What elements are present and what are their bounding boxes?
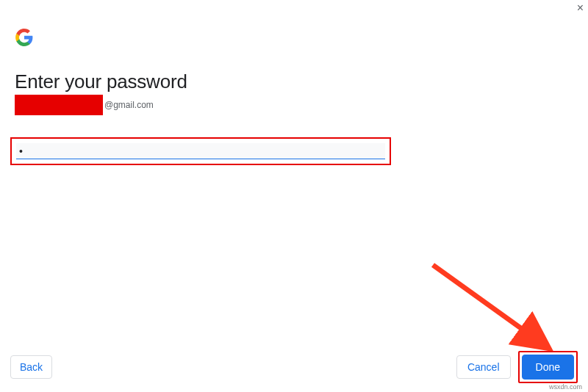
footer-bar: Back Cancel Done [10, 351, 578, 383]
account-email-row: @gmail.com [15, 95, 573, 115]
page-title: Enter your password [15, 70, 573, 93]
password-input[interactable] [16, 143, 385, 159]
done-button-highlight: Done [518, 351, 578, 383]
cancel-button[interactable]: Cancel [456, 355, 511, 379]
google-logo-icon [15, 28, 34, 47]
email-domain: @gmail.com [104, 100, 154, 110]
main-content: Enter your password @gmail.com [0, 0, 588, 165]
annotation-arrow-icon [429, 261, 562, 357]
footer-right-group: Cancel Done [456, 351, 578, 383]
close-icon[interactable]: × [577, 1, 584, 15]
watermark-text: wsxdn.com [549, 383, 582, 391]
redacted-username [15, 95, 103, 115]
back-button[interactable]: Back [10, 355, 52, 379]
done-button[interactable]: Done [522, 355, 574, 380]
svg-line-0 [433, 265, 545, 346]
password-field-highlight [10, 137, 391, 165]
